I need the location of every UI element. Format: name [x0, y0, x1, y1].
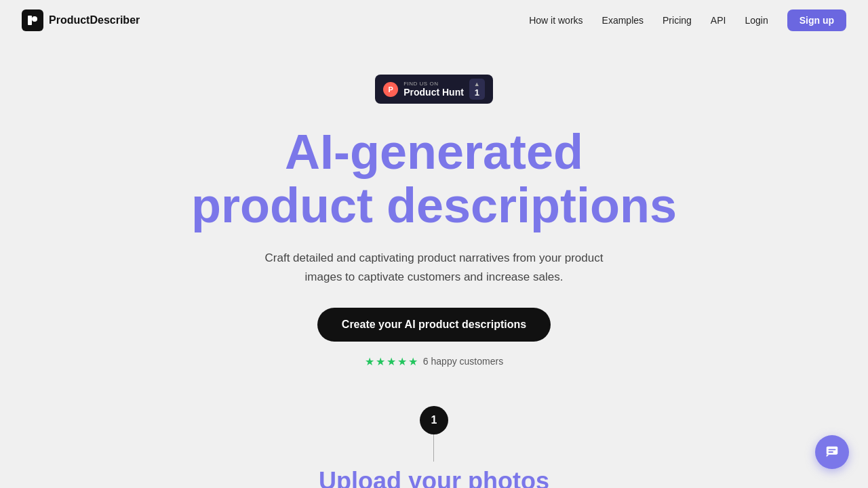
nav-pricing[interactable]: Pricing [663, 15, 692, 26]
hero-subtitle: Craft detailed and captivating product n… [264, 249, 604, 285]
product-hunt-text-group: FIND US ON Product Hunt [403, 81, 464, 98]
nav-how-it-works[interactable]: How it works [529, 15, 583, 26]
step-1-circle: 1 [420, 406, 448, 434]
logo-text: ProductDescriber [49, 14, 140, 26]
product-hunt-logo-icon: P [383, 82, 398, 97]
star-4: ★ [397, 355, 407, 368]
chat-icon [825, 445, 840, 460]
star-2: ★ [376, 355, 385, 368]
nav-links: How it works Examples Pricing API Login … [529, 9, 846, 31]
product-hunt-arrow-icon: ▲ [474, 81, 480, 87]
nav-login[interactable]: Login [745, 15, 768, 26]
svg-point-1 [32, 16, 37, 22]
svg-rect-0 [28, 16, 32, 25]
star-3: ★ [387, 355, 396, 368]
nav-examples[interactable]: Examples [602, 15, 644, 26]
nav-api[interactable]: API [711, 15, 726, 26]
hero-title: AI-generated product descriptions [191, 125, 677, 232]
svg-rect-3 [829, 449, 836, 450]
step-1-section: 1 Upload your photos Upload one or more … [319, 406, 549, 488]
product-hunt-vote-box: ▲ 1 [469, 79, 485, 100]
product-hunt-find-text: FIND US ON [403, 81, 438, 87]
svg-rect-4 [829, 451, 833, 453]
product-hunt-name: Product Hunt [403, 87, 464, 98]
chat-button[interactable] [815, 435, 849, 469]
happy-customers-text: 6 happy customers [423, 356, 503, 367]
logo-icon [22, 9, 43, 31]
product-hunt-vote-count: 1 [475, 87, 479, 98]
svg-rect-2 [827, 447, 838, 455]
step-1-title: Upload your photos [319, 467, 549, 488]
navbar: ProductDescriber How it works Examples P… [0, 0, 868, 41]
cta-button[interactable]: Create your AI product descriptions [317, 308, 551, 342]
hero-section: P FIND US ON Product Hunt ▲ 1 AI-generat… [0, 41, 868, 488]
hero-title-line2: product descriptions [191, 178, 677, 232]
happy-customers: ★ ★ ★ ★ ★ 6 happy customers [365, 355, 503, 368]
step-connector-line [433, 434, 434, 462]
signup-button[interactable]: Sign up [787, 9, 846, 31]
star-rating: ★ ★ ★ ★ ★ [365, 355, 418, 368]
logo[interactable]: ProductDescriber [22, 9, 140, 31]
product-hunt-badge[interactable]: P FIND US ON Product Hunt ▲ 1 [375, 75, 493, 104]
star-5: ★ [408, 355, 418, 368]
star-1: ★ [365, 355, 374, 368]
hero-title-line1: AI-generated [285, 125, 583, 179]
